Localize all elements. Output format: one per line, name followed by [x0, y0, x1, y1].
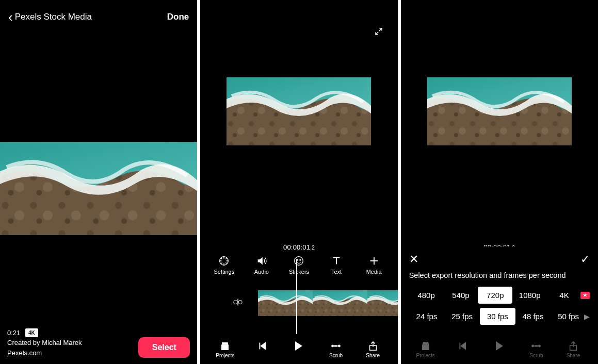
play-button[interactable] [283, 341, 314, 357]
source-link[interactable]: Pexels.com [7, 348, 82, 358]
export-panel: ✕ ✓ Select export resolution and frames … [401, 246, 598, 334]
clip-strip[interactable] [258, 290, 397, 316]
svg-rect-16 [334, 345, 337, 346]
projects-button[interactable]: Projects [410, 340, 441, 358]
preview-image [0, 142, 197, 235]
prev-button[interactable] [247, 340, 278, 358]
svg-point-10 [234, 300, 237, 304]
svg-rect-19 [422, 345, 429, 350]
settings-button[interactable]: Settings [206, 255, 241, 275]
credit-label: Created by Michal Marek [7, 338, 82, 348]
svg-rect-21 [423, 342, 428, 343]
more-fps-icon[interactable]: ▶ [584, 312, 590, 321]
svg-point-17 [338, 345, 341, 347]
share-button[interactable]: Share [358, 340, 389, 358]
res-4k[interactable]: 4K [547, 287, 581, 304]
stickers-button[interactable]: Stickers [281, 255, 316, 275]
play-icon [496, 341, 503, 351]
duration-label: 0:21 [7, 329, 20, 337]
res-540p[interactable]: 540p [444, 287, 478, 304]
fps-24[interactable]: 24 fps [409, 308, 445, 325]
playhead[interactable] [296, 259, 297, 338]
res-480p[interactable]: 480p [409, 287, 444, 304]
scrub-icon [330, 340, 342, 352]
stickers-icon [293, 255, 304, 267]
text-button[interactable]: Text [319, 255, 354, 275]
svg-rect-13 [222, 343, 228, 344]
fps-row: 24 fps 25 fps 30 fps 48 fps 50 fps ▶ [409, 306, 590, 327]
media-preview[interactable] [0, 142, 197, 235]
fps-48[interactable]: 48 fps [515, 308, 551, 325]
svg-rect-12 [222, 345, 229, 350]
scrub-icon [530, 340, 542, 352]
prev-icon [457, 340, 468, 352]
back-button[interactable]: ‹ Pexels Stock Media [8, 10, 92, 24]
media-icon [368, 255, 380, 267]
res-720p[interactable]: 720p [478, 287, 512, 304]
timestamp: 00:00:01.2 [200, 243, 397, 251]
play-icon [295, 341, 302, 351]
svg-point-11 [238, 300, 242, 304]
video-preview[interactable] [401, 77, 598, 145]
prev-button[interactable] [447, 340, 478, 358]
fps-25[interactable]: 25 fps [444, 308, 480, 325]
svg-rect-20 [423, 343, 428, 344]
preview-image [227, 77, 371, 145]
export-screen: 00:00:01.2 ✕ ✓ Select export resolution … [401, 0, 598, 364]
share-button[interactable]: Share [558, 340, 589, 358]
export-title: Select export resolution and frames per … [409, 269, 590, 285]
svg-point-22 [532, 345, 534, 347]
confirm-button[interactable]: ✓ [580, 253, 590, 266]
projects-icon [219, 340, 231, 352]
fps-50[interactable]: 50 fps [551, 308, 586, 325]
svg-rect-23 [535, 345, 538, 346]
audio-icon [256, 255, 267, 267]
expand-icon[interactable] [374, 27, 383, 39]
done-button[interactable]: Done [167, 12, 189, 22]
svg-rect-14 [223, 342, 228, 343]
chevron-left-icon: ‹ [8, 10, 13, 24]
resolution-row: 480p 540p 720p 1080p 4K [409, 285, 590, 306]
share-icon [568, 340, 579, 352]
bottom-bar: Projects Scrub Share [401, 334, 598, 364]
fps-30[interactable]: 30 fps [480, 308, 515, 325]
quality-badge: 4K [25, 328, 38, 337]
video-preview[interactable] [200, 77, 397, 145]
projects-button[interactable]: Projects [209, 340, 240, 358]
premium-badge-icon [580, 292, 590, 299]
editor-toolbar: Settings Audio Stickers Text Media [200, 251, 397, 277]
text-icon [331, 255, 342, 267]
projects-icon [420, 340, 431, 352]
editor-screen: 00:00:01.2 Settings Audio Stickers Text … [200, 0, 397, 364]
preview-image [427, 77, 572, 145]
timeline[interactable] [200, 280, 397, 326]
header: ‹ Pexels Stock Media Done [0, 0, 197, 31]
scrub-button[interactable]: Scrub [320, 340, 351, 358]
svg-point-9 [300, 259, 301, 260]
svg-point-24 [539, 345, 541, 347]
share-icon [367, 340, 379, 352]
stock-media-screen: ‹ Pexels Stock Media Done 0:21 4K Create… [0, 0, 197, 364]
close-button[interactable]: ✕ [409, 253, 418, 266]
prev-icon [256, 340, 268, 352]
media-button[interactable]: Media [357, 255, 392, 275]
select-button[interactable]: Select [138, 337, 190, 358]
svg-point-15 [332, 345, 334, 347]
back-label: Pexels Stock Media [15, 12, 92, 22]
scrub-button[interactable]: Scrub [521, 340, 552, 358]
audio-button[interactable]: Audio [244, 255, 279, 275]
settings-icon [218, 255, 230, 267]
media-meta: 0:21 4K Created by Michal Marek Pexels.c… [7, 328, 82, 358]
res-1080p[interactable]: 1080p [512, 287, 547, 304]
bottom-bar: Projects Scrub Share [200, 334, 397, 364]
split-icon[interactable] [232, 296, 244, 310]
play-button[interactable] [484, 341, 515, 357]
